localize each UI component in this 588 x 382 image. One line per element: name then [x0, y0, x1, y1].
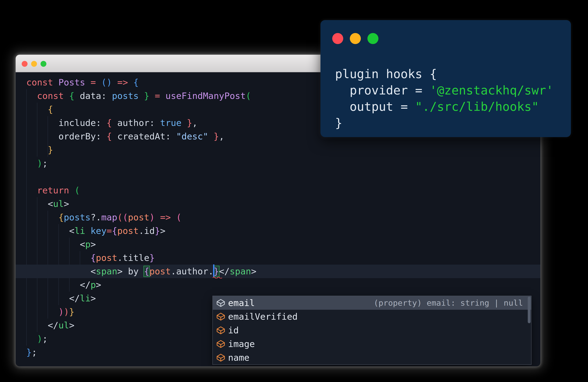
code-token: ( — [176, 212, 182, 223]
suggestion-item-name[interactable]: name — [213, 351, 531, 364]
minimize-button-icon[interactable] — [350, 33, 361, 44]
config-code-line: } — [335, 115, 567, 131]
code-token: { — [107, 118, 117, 128]
config-code-line: output = "./src/lib/hooks" — [335, 98, 567, 115]
code-token: ) — [37, 158, 42, 169]
config-code-line: provider = '@zenstackhq/swr' — [335, 82, 567, 98]
config-code-line: plugin hooks { — [335, 66, 567, 82]
code-token: ) — [64, 307, 69, 317]
code-token: provider = — [335, 83, 430, 97]
code-token — [26, 212, 59, 223]
code-token: > — [69, 320, 74, 330]
code-token: li — [74, 226, 90, 236]
code-line: {post.title} — [16, 251, 540, 265]
code-token: </ — [219, 266, 230, 277]
code-token: } — [155, 226, 160, 236]
code-token: ) — [149, 212, 155, 223]
suggestion-label: id — [228, 324, 239, 337]
code-token: output = — [335, 100, 415, 114]
close-button-icon[interactable] — [332, 33, 343, 44]
code-token — [26, 253, 90, 263]
code-line: ); — [16, 157, 540, 170]
suggestion-item-emailVerified[interactable]: emailVerified — [213, 310, 531, 324]
code-token: span — [230, 266, 251, 277]
code-token: </ — [80, 280, 90, 290]
code-token: orderBy: — [59, 131, 107, 142]
code-token: </ — [48, 320, 58, 330]
code-token — [26, 104, 48, 115]
code-token — [26, 158, 37, 169]
code-token: ul — [53, 199, 64, 209]
code-token — [26, 226, 69, 236]
code-token: .id — [139, 226, 155, 236]
code-line: </p> — [16, 278, 540, 292]
suggestion-label: emailVerified — [228, 310, 297, 324]
code-token: , — [219, 131, 224, 142]
code-token: < — [90, 266, 96, 277]
code-token: map — [101, 212, 117, 223]
code-token: } — [26, 347, 32, 358]
code-token: = — [90, 77, 101, 88]
close-button-icon[interactable] — [22, 61, 28, 67]
code-token: Posts — [59, 77, 91, 88]
code-token: => — [117, 77, 133, 88]
code-line: {posts?.map((post) => ( — [16, 211, 540, 224]
code-token: ( — [117, 212, 123, 223]
code-token — [26, 334, 37, 344]
zoom-button-icon[interactable] — [41, 61, 46, 67]
code-token: posts — [112, 91, 144, 101]
text-cursor — [213, 265, 214, 277]
autocomplete-dropdown: email(property) email: string | nullemai… — [212, 296, 531, 365]
dropdown-scrollbar-thumb[interactable] — [528, 297, 531, 323]
code-token: .title — [117, 253, 149, 263]
code-token: ) — [59, 307, 64, 317]
code-token — [26, 266, 90, 277]
code-token: ( — [74, 185, 80, 195]
code-token: "./src/lib/hooks" — [415, 100, 539, 114]
code-token: { — [69, 91, 80, 101]
code-token: ?. — [90, 212, 101, 223]
code-token: createdAt: — [117, 131, 176, 142]
code-token: ( — [246, 91, 251, 101]
code-token: > — [117, 266, 128, 277]
code-token: () — [101, 77, 112, 88]
code-token: '@zenstackhq/swr' — [430, 83, 553, 97]
code-token: } — [149, 253, 155, 263]
code-token: { — [107, 131, 117, 142]
code-token — [26, 131, 59, 142]
suggestion-item-id[interactable]: id — [213, 324, 531, 337]
code-token: .author. — [171, 266, 214, 277]
code-token: author: — [117, 118, 160, 128]
desktop-background: const Posts = () => { const { data: post… — [0, 0, 588, 382]
code-line-current: <span> by {post.author.}</span> — [16, 265, 540, 278]
code-token: const — [37, 91, 69, 101]
suggestion-label: name — [228, 351, 249, 364]
minimize-button-icon[interactable] — [31, 61, 37, 67]
code-token: li — [80, 293, 90, 304]
code-token — [26, 91, 37, 101]
code-line: <li key={post.id}> — [16, 224, 540, 238]
code-token: ; — [32, 347, 37, 358]
code-token: "desc" — [176, 131, 208, 142]
code-token: ; — [42, 334, 48, 344]
suggestion-item-email[interactable]: email(property) email: string | null — [213, 296, 531, 310]
suggestion-item-image[interactable]: image — [213, 337, 531, 351]
code-line: <p> — [16, 238, 540, 251]
code-token: = — [107, 226, 112, 236]
code-token: { — [133, 77, 139, 88]
code-token: { — [48, 104, 53, 115]
code-token: key — [90, 226, 106, 236]
symbol-field-icon — [216, 326, 225, 334]
code-token — [26, 320, 48, 330]
code-token: < — [48, 199, 53, 209]
suggestion-detail: (property) email: string | null — [374, 296, 523, 310]
code-token: ) — [37, 334, 42, 344]
code-token: } — [214, 266, 219, 277]
code-token: useFindManyPost — [166, 91, 246, 101]
code-token: const — [26, 77, 59, 88]
zoom-button-icon[interactable] — [367, 33, 378, 44]
code-token: > — [96, 280, 101, 290]
plugin-config-window: plugin hooks { provider = '@zenstackhq/s… — [320, 20, 571, 137]
code-token: post — [117, 226, 139, 236]
code-token: } — [48, 145, 53, 155]
